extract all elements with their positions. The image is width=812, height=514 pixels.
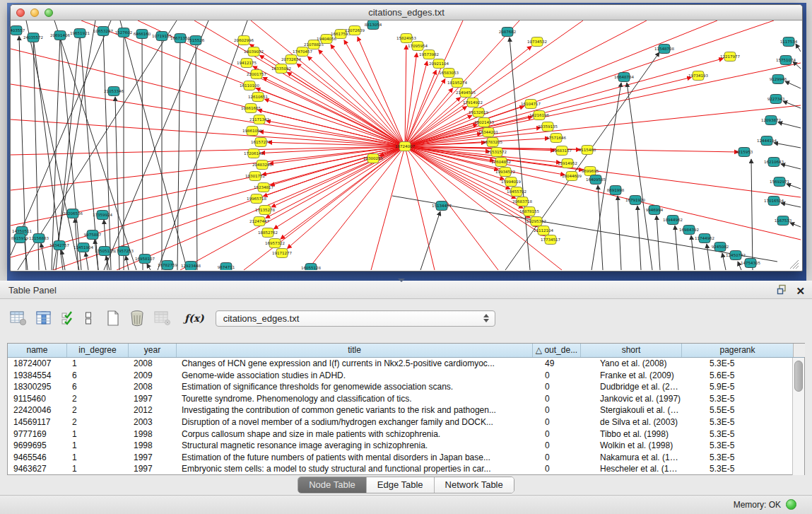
table-settings-icon[interactable] bbox=[10, 310, 27, 326]
network-node[interactable]: 12156883 bbox=[29, 234, 49, 243]
network-node[interactable]: 16409585 bbox=[586, 175, 606, 185]
table-cell[interactable]: 6 bbox=[66, 370, 128, 382]
network-node[interactable]: 18335092 bbox=[271, 64, 291, 74]
tab-node-table[interactable]: Node Table bbox=[298, 477, 366, 493]
network-node[interactable]: 14754305 bbox=[741, 259, 760, 268]
table-cell[interactable]: 1 bbox=[66, 358, 128, 370]
table-cell[interactable]: Tourette syndrome. Phenomenology and cla… bbox=[176, 393, 532, 405]
network-node[interactable]: 21171342 bbox=[249, 115, 269, 124]
network-view[interactable]: 1872400718300295140355724035572206914061… bbox=[11, 21, 801, 270]
network-node[interactable]: 9245082 bbox=[712, 243, 729, 252]
table-cell[interactable]: 1997 bbox=[128, 393, 176, 405]
column-header-title[interactable]: title bbox=[176, 344, 532, 357]
table-cell[interactable]: 5.9E-5 bbox=[681, 381, 792, 393]
delete-table-icon[interactable] bbox=[129, 310, 145, 327]
network-node[interactable]: 16984392 bbox=[679, 226, 699, 235]
table-cell[interactable]: 6 bbox=[66, 381, 128, 393]
table-cell[interactable]: Jankovic et al. (1997) bbox=[580, 393, 681, 405]
table-cell[interactable]: 2 bbox=[66, 404, 128, 416]
network-node[interactable]: 19412175 bbox=[237, 59, 257, 68]
function-builder-icon[interactable]: ƒ(x) bbox=[184, 313, 204, 324]
network-node[interactable]: 16957322 bbox=[265, 239, 285, 248]
table-row[interactable]: 969969511998Structural magnetic resonanc… bbox=[8, 440, 792, 452]
table-cell[interactable]: 2003 bbox=[128, 416, 176, 428]
network-node[interactable]: 21112104 bbox=[534, 226, 553, 235]
table-cell[interactable]: 1 bbox=[66, 440, 128, 452]
table-cell[interactable]: Structural magnetic resonance image aver… bbox=[176, 440, 532, 452]
table-cell[interactable]: Disruption of a novel member of a sodium… bbox=[176, 416, 532, 428]
table-cell[interactable]: 5.6E-5 bbox=[681, 370, 792, 382]
network-node[interactable]: 19651921 bbox=[70, 29, 90, 38]
table-cell[interactable]: 1998 bbox=[128, 440, 176, 452]
table-cell[interactable]: 5.3E-5 bbox=[681, 416, 792, 428]
network-node[interactable]: 9975887 bbox=[84, 230, 102, 240]
split-handle-icon[interactable] bbox=[398, 279, 405, 282]
network-node[interactable]: 16958107 bbox=[135, 255, 155, 264]
table-cell[interactable]: 2 bbox=[66, 393, 128, 405]
network-node[interactable]: 10653287 bbox=[93, 27, 113, 36]
network-node[interactable]: 15751074 bbox=[776, 56, 796, 65]
table-cell[interactable]: Tibbo et al. (1998) bbox=[580, 428, 681, 440]
table-cell[interactable]: 5.3E-5 bbox=[681, 393, 792, 405]
table-cell[interactable]: 9777169 bbox=[8, 428, 66, 440]
tab-edge-table[interactable]: Edge Table bbox=[366, 477, 434, 493]
network-node[interactable]: 20359135 bbox=[538, 122, 558, 132]
table-cell[interactable]: Hescheler et al. (1997) bbox=[580, 463, 681, 475]
network-node[interactable]: 1403557 bbox=[11, 26, 25, 35]
column-header-short[interactable]: short bbox=[580, 344, 681, 357]
network-node[interactable]: 18039032 bbox=[244, 47, 264, 57]
network-node[interactable]: 12450742 bbox=[726, 251, 746, 260]
network-node[interactable]: 15994019 bbox=[501, 177, 521, 187]
network-node[interactable]: 1527602 bbox=[115, 28, 133, 37]
network-node[interactable]: 9215953 bbox=[736, 148, 753, 157]
network-node[interactable]: 12444194 bbox=[757, 136, 777, 146]
table-row[interactable]: 1456911722003Disruption of a novel membe… bbox=[8, 416, 792, 428]
network-node[interactable]: 20691406 bbox=[50, 31, 70, 40]
table-row[interactable]: 946362711997Embryonic stem cells: a mode… bbox=[8, 463, 792, 475]
table-cell[interactable]: 22420046 bbox=[8, 404, 66, 416]
table-cell[interactable]: Corpus callosum shape and size in male p… bbox=[176, 428, 532, 440]
network-node[interactable]: 15134457 bbox=[432, 201, 452, 211]
column-header-year[interactable]: year bbox=[128, 344, 176, 357]
row-height-icon[interactable] bbox=[84, 310, 93, 326]
table-row[interactable]: 1938455462009Genome-wide association stu… bbox=[8, 370, 792, 382]
network-canvas[interactable]: 1872400718300295140355724035572206914061… bbox=[11, 21, 801, 270]
validate-data-icon[interactable] bbox=[61, 310, 75, 326]
table-cell[interactable]: 1 bbox=[66, 452, 128, 464]
float-panel-icon[interactable] bbox=[777, 284, 787, 298]
table-cell[interactable]: 9463627 bbox=[8, 463, 66, 475]
column-header-in_degree[interactable]: in_degree bbox=[66, 344, 128, 357]
table-cell[interactable]: 5.3E-5 bbox=[681, 428, 792, 440]
network-node[interactable]: 9674711 bbox=[218, 263, 235, 271]
table-cell[interactable]: 5.3E-5 bbox=[681, 358, 792, 370]
table-cell[interactable]: 5.3E-5 bbox=[681, 463, 792, 475]
network-node[interactable]: 11548708 bbox=[654, 45, 674, 54]
tab-network-table[interactable]: Network Table bbox=[434, 477, 514, 493]
table-cell[interactable]: de Silva et al. (2003) bbox=[580, 416, 681, 428]
close-panel-icon[interactable]: ✕ bbox=[796, 286, 805, 297]
network-node[interactable]: 9227343 bbox=[767, 95, 785, 104]
table-cell[interactable]: 49 bbox=[532, 358, 580, 370]
network-node[interactable]: 20602996 bbox=[234, 36, 254, 45]
table-row[interactable]: 911546021997Tourette syndrome. Phenomeno… bbox=[8, 393, 792, 405]
network-node[interactable]: 19573982 bbox=[419, 50, 439, 59]
table-cell[interactable]: 1998 bbox=[128, 428, 176, 440]
network-node[interactable]: 10734532 bbox=[527, 37, 547, 47]
table-cell[interactable]: 1997 bbox=[128, 463, 176, 475]
table-cell[interactable]: 18300295 bbox=[8, 381, 66, 393]
scrollbar-thumb[interactable] bbox=[794, 361, 803, 392]
network-node[interactable]: 6466160 bbox=[134, 30, 151, 39]
network-node[interactable]: 12093872 bbox=[761, 116, 781, 125]
network-node[interactable]: 19965718 bbox=[247, 194, 266, 204]
table-selector-dropdown[interactable]: citations_edges.txt bbox=[216, 310, 495, 327]
table-cell[interactable]: 2 bbox=[66, 416, 128, 428]
table-cell[interactable]: 9465546 bbox=[8, 452, 66, 464]
network-node[interactable]: 10861665 bbox=[241, 104, 261, 113]
network-node[interactable]: 19683157 bbox=[552, 146, 572, 156]
table-cell[interactable]: 1 bbox=[66, 463, 128, 475]
table-cell[interactable]: 5.3E-5 bbox=[681, 452, 792, 464]
table-cell[interactable]: Estimation of the future numbers of pati… bbox=[176, 452, 532, 464]
network-window-titlebar[interactable]: citations_edges.txt bbox=[11, 5, 802, 21]
network-node[interactable]: 17571646 bbox=[546, 134, 566, 143]
table-cell[interactable]: 19384554 bbox=[8, 370, 66, 382]
